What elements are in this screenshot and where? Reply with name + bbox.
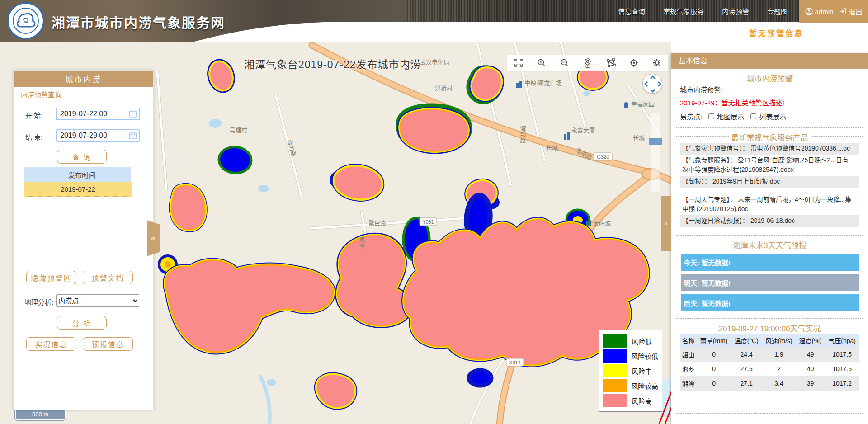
live-info-button[interactable]: 实况信息 <box>26 337 76 351</box>
legend-row: 风险低 <box>603 334 658 348</box>
warning-doc-button[interactable]: 预警文档 <box>83 271 133 284</box>
map-label: 永鑫大厦 <box>571 127 595 134</box>
product-item[interactable]: 【旬报】： 2019年9月上旬旬报.doc <box>680 176 859 188</box>
legend-swatch <box>603 349 627 363</box>
end-date-input[interactable] <box>56 129 140 142</box>
query-button[interactable]: 查 询 <box>57 150 107 164</box>
forecast-info-button[interactable]: 预报信息 <box>83 337 133 351</box>
logout-icon <box>839 8 846 15</box>
live-weather-table: 名称 雨量(mm) 温度(℃) 风速(m/s) 湿度(%) 气压(hpa) 韶山… <box>680 334 859 391</box>
publish-time-row[interactable]: 2019-07-22 <box>24 182 132 197</box>
nav-item-thematic-map[interactable]: 专题图 <box>767 6 788 16</box>
legend-swatch <box>603 394 627 407</box>
map-display-checkbox[interactable] <box>708 113 714 119</box>
section-title: 湘潭未来3天天气预报 <box>730 239 809 250</box>
legend-row: 风险高 <box>603 394 658 407</box>
forecast-bar-today: 今天: 暂无数据! <box>681 254 859 271</box>
table-row: 湘乡027.52401017.5 <box>680 362 859 376</box>
product-item[interactable]: 【气象灾害预警信号】： 雷电黄色预警信号2019070336....oc <box>680 143 859 155</box>
pan-arrows-icon <box>643 74 663 94</box>
zoom-in-icon[interactable] <box>530 55 553 71</box>
calendar-icon[interactable] <box>129 110 137 118</box>
legend-swatch <box>603 364 627 377</box>
table-row: 湘潭027.13.4391017.2 <box>680 376 859 391</box>
products-section: 最新常规气象服务产品 【气象灾害预警信号】： 雷电黄色预警信号201907033… <box>676 136 863 236</box>
map-pan-control[interactable] <box>642 74 662 94</box>
product-item[interactable]: 【一周逐日滚动预报】： 2019-06-18.doc <box>680 215 859 227</box>
section-title: 最新常规气象服务产品 <box>729 132 811 143</box>
username: admin <box>815 8 834 15</box>
geo-analysis-select[interactable]: 内涝点 <box>56 294 139 307</box>
map-scale-bar: 500 m <box>15 408 66 420</box>
product-item[interactable]: 【气象专题服务】： 受11号台风“白鹿”影响,25日晚～2...日有一次中等强度… <box>680 155 859 176</box>
left-panel-collapse-tab[interactable]: « <box>147 220 160 256</box>
map-label: 湾部路 <box>519 125 526 143</box>
live-weather-section: 2019-09-27 19:00:00天气实况 名称 雨量(mm) 温度(℃) … <box>676 327 863 414</box>
site-title: 湘潭市城市内涝气象服务网 <box>52 12 225 32</box>
list-display-checkbox[interactable] <box>750 113 756 119</box>
calendar-icon[interactable] <box>129 132 137 140</box>
hide-warning-zone-button[interactable]: 隐藏预警区 <box>26 271 76 284</box>
map-label: 长城 <box>546 144 558 151</box>
panel-top-strip <box>671 42 868 54</box>
svg-text:X014: X014 <box>509 360 521 365</box>
legend-row: 风险中 <box>603 364 658 377</box>
map-label: 长城 <box>633 134 645 141</box>
section-title: 城市内涝预警 <box>744 72 796 84</box>
legend-row: 风险较高 <box>603 379 658 392</box>
nav-item-waterlogging-warning[interactable]: 内涝预警 <box>722 6 749 16</box>
map-label: 中粮·聚龙广场 <box>524 80 561 86</box>
map-label: 幸福家园 <box>631 101 655 108</box>
publish-time-table: 发布时间 2019-07-22 <box>24 167 140 267</box>
measure-polygon-icon[interactable] <box>599 55 622 71</box>
list-display-label[interactable]: 列表展示 <box>759 112 786 121</box>
fullscreen-icon[interactable] <box>507 55 530 71</box>
panel-title: 城市内涝 <box>14 71 153 87</box>
map-toolbar <box>507 55 668 71</box>
settings-gear-icon[interactable] <box>645 55 668 71</box>
start-date-input[interactable] <box>56 108 140 120</box>
map-label: 洪桥村 <box>435 85 453 92</box>
user-account-box[interactable]: admin 退出 <box>799 0 868 23</box>
table-row: 韶山024.41.9491017.5 <box>680 347 859 362</box>
map-zoom-slider[interactable] <box>651 113 660 192</box>
logout-label[interactable]: 退出 <box>849 7 862 16</box>
locate-pin-icon[interactable] <box>576 55 599 71</box>
road-shield-g320: G320 <box>594 153 612 160</box>
warning-line: 城市内涝预警: <box>680 85 859 94</box>
forecast-section: 湘潭未来3天天气预报 今天: 暂无数据! 明天: 暂无数据! 后天: 暂无数据! <box>676 244 863 319</box>
road-shield-x014: X014 <box>506 358 524 366</box>
nav-item-info-query[interactable]: 信息查询 <box>618 6 645 16</box>
live-weather-table-wrap: 名称 雨量(mm) 温度(℃) 风速(m/s) 湿度(%) 气压(hpa) 韶山… <box>680 334 859 410</box>
site-header: 湘潭市城市内涝气象服务网 信息查询 常规气象服务 内涝预警 专题图 admin … <box>0 0 868 42</box>
user-icon <box>805 8 813 15</box>
analyze-button[interactable]: 分 析 <box>57 316 107 330</box>
warning-section: 城市内涝预警 城市内涝预警: 2019-07-29：暂无相关预警区描述! 易涝点… <box>676 77 863 128</box>
warning-detail: 2019-07-29：暂无相关预警区描述! <box>680 98 859 107</box>
map-label: 高羊 <box>359 236 365 249</box>
query-section-title: 内涝预警查询 <box>21 90 61 99</box>
legend-swatch <box>603 379 627 392</box>
forecast-bar-day-after: 后天: 暂无数据! <box>681 294 859 311</box>
crosshair-icon[interactable] <box>622 55 645 71</box>
basic-info-panel: 基本信息 城市内涝预警 城市内涝预警: 2019-07-29：暂无相关预警区描述… <box>671 53 868 424</box>
nav-item-regular-service[interactable]: 常规气象服务 <box>663 6 704 16</box>
map-overlay-title: 湘潭气象台2019-07-22发布城市内涝 <box>244 56 421 71</box>
product-list: 【气象灾害预警信号】： 雷电黄色预警信号2019070336....oc 【气象… <box>680 143 859 231</box>
right-panel-collapse-tab[interactable]: › <box>661 196 671 251</box>
map-label: 马塘村 <box>230 127 247 133</box>
map-display-label[interactable]: 地图展示 <box>717 112 744 121</box>
main-nav: 信息查询 常规气象服务 内涝预警 专题图 <box>618 6 788 16</box>
waterlogging-panel: 城市内涝 内涝预警查询 开 始: 结 束: 查 询 发布时间 2019-07-2… <box>13 70 154 410</box>
end-date-label: 结 束: <box>25 132 42 141</box>
panel-title: 基本信息 <box>671 53 868 69</box>
zoom-slider-handle[interactable] <box>649 138 662 145</box>
flood-point-label: 易涝点: <box>680 112 702 121</box>
publish-time-header: 发布时间 <box>24 167 140 182</box>
app-root: 中铁武汉电化局 ★ 洪桥村 马塘村 合力路 中粮·聚龙广场 幸福家园 永鑫大厦 … <box>0 0 868 424</box>
product-item[interactable]: 【一周天气专题】： 未来一周前晴后雨，4～8日为一段降...集中期 (20190… <box>680 194 859 215</box>
flood-point-row: 易涝点: 地图展示 列表展示 <box>680 112 859 124</box>
zoom-out-icon[interactable] <box>553 55 576 71</box>
map-label: 繁白路 <box>368 220 386 226</box>
legend-swatch <box>603 334 627 348</box>
